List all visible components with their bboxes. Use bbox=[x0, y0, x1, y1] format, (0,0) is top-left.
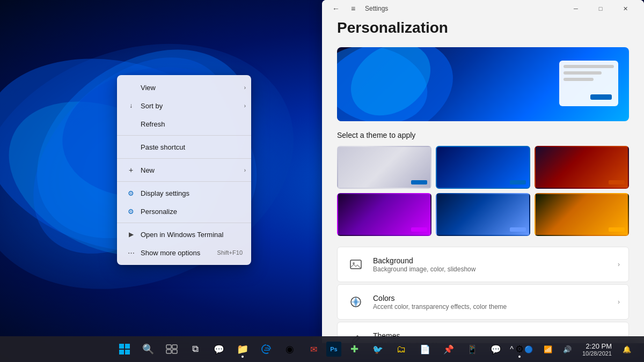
mock-line-2 bbox=[564, 71, 602, 75]
theme-thumb-4[interactable] bbox=[337, 193, 431, 236]
settings-item-background[interactable]: Background Background image, color, slid… bbox=[337, 247, 629, 282]
notification-icon: 🔔 bbox=[623, 345, 631, 353]
docs-icon: 📄 bbox=[414, 338, 436, 360]
taskbar-date: 10/28/2021 bbox=[582, 350, 612, 357]
whatsapp-icon: 💬 bbox=[485, 338, 507, 360]
titlebar-back-button[interactable]: ← bbox=[328, 1, 343, 16]
chrome-icon: ◉ bbox=[279, 338, 301, 360]
taskbar-icon-edge[interactable] bbox=[255, 338, 277, 360]
volume-button[interactable]: 🔊 bbox=[559, 343, 576, 356]
theme-indicator-6 bbox=[609, 227, 625, 232]
ctx-item-display-settings[interactable]: ⚙ Display settings bbox=[117, 184, 251, 202]
settings-window: ← ≡ Settings ─ □ ✕ Personalization bbox=[322, 0, 644, 343]
taskbar-icon-settings[interactable]: ⚙ bbox=[509, 338, 530, 360]
taskbar-icon-chrome[interactable]: ◉ bbox=[279, 338, 301, 360]
menu-icon: ≡ bbox=[351, 4, 355, 13]
mock-line-3 bbox=[564, 78, 594, 81]
ctx-paste-label: Paste shortcut bbox=[141, 143, 185, 151]
background-chevron: › bbox=[618, 261, 620, 268]
chat-icon: 💬 bbox=[208, 338, 230, 360]
taskbar-icon-ps[interactable]: Ps bbox=[326, 342, 341, 357]
taskbar-icon-files-app[interactable]: 🗂 bbox=[391, 338, 412, 360]
svg-rect-17 bbox=[119, 350, 124, 354]
ctx-terminal-label: Open in Windows Terminal bbox=[141, 231, 223, 239]
ctx-sortby-arrow: › bbox=[244, 103, 246, 109]
taskbar-icon-keep[interactable]: 📌 bbox=[438, 338, 459, 360]
context-menu: View › ↓ Sort by › Refresh Paste shortcu… bbox=[117, 75, 251, 265]
taskbar-icon-phone[interactable]: 📱 bbox=[462, 338, 483, 360]
taskbar-icon-gmail[interactable]: ✉ bbox=[303, 338, 324, 360]
taskbar-icon-widgets[interactable]: ⧉ bbox=[185, 338, 206, 360]
ctx-personalize-icon: ⚙ bbox=[126, 208, 136, 216]
minimize-button[interactable]: ─ bbox=[564, 0, 588, 17]
titlebar-menu-button[interactable]: ≡ bbox=[346, 1, 361, 16]
taskbar-icon-chat[interactable]: 💬 bbox=[208, 338, 230, 360]
titlebar: ← ≡ Settings ─ □ ✕ bbox=[322, 0, 644, 17]
svg-rect-21 bbox=[166, 350, 171, 353]
ctx-separator-3 bbox=[117, 181, 251, 182]
theme-thumb-2[interactable] bbox=[436, 146, 530, 189]
network-button[interactable]: 📶 bbox=[539, 343, 557, 356]
ctx-item-view[interactable]: View › bbox=[117, 78, 251, 97]
back-icon: ← bbox=[332, 4, 340, 13]
keep-icon: 📌 bbox=[438, 338, 459, 360]
maximize-button[interactable]: □ bbox=[588, 0, 613, 17]
ctx-terminal-icon: ▶ bbox=[126, 231, 136, 238]
background-desc: Background image, color, slideshow bbox=[373, 265, 618, 273]
theme-indicator-1 bbox=[411, 180, 427, 184]
theme-thumb-1[interactable] bbox=[337, 146, 431, 189]
ctx-separator-2 bbox=[117, 158, 251, 159]
colors-desc: Accent color, transparency effects, colo… bbox=[373, 303, 618, 311]
ctx-item-sort-by[interactable]: ↓ Sort by › bbox=[117, 97, 251, 115]
preview-window-mock bbox=[559, 61, 618, 106]
ctx-sortby-icon: ↓ bbox=[126, 102, 136, 109]
taskbar-icon-docs[interactable]: 📄 bbox=[414, 338, 436, 360]
ctx-view-label: View bbox=[141, 84, 156, 92]
ctx-item-terminal[interactable]: ▶ Open in Windows Terminal bbox=[117, 225, 251, 243]
ctx-display-icon: ⚙ bbox=[126, 189, 136, 197]
ctx-view-arrow: › bbox=[244, 85, 246, 91]
ctx-item-refresh[interactable]: Refresh bbox=[117, 115, 251, 133]
theme-indicator-5 bbox=[510, 227, 526, 232]
taskview-icon bbox=[166, 343, 178, 355]
ctx-item-paste-shortcut[interactable]: Paste shortcut bbox=[117, 138, 251, 156]
taskbar-icon-whatsapp[interactable]: 💬 bbox=[485, 338, 507, 360]
search-icon: 🔍 bbox=[137, 338, 159, 360]
ctx-item-personalize[interactable]: ⚙ Personalize bbox=[117, 202, 251, 220]
ctx-separator-1 bbox=[117, 135, 251, 136]
taskbar-icon-taskview[interactable] bbox=[161, 338, 182, 360]
colors-icon bbox=[346, 292, 365, 312]
titlebar-title: Settings bbox=[365, 5, 564, 12]
plus-app-icon: ✚ bbox=[343, 338, 365, 360]
titlebar-controls: ─ □ ✕ bbox=[564, 0, 638, 17]
widgets-icon: ⧉ bbox=[185, 338, 206, 360]
taskbar-icon-start[interactable] bbox=[114, 338, 135, 360]
theme-grid bbox=[337, 146, 629, 236]
theme-preview bbox=[337, 47, 629, 121]
ps-icon: Ps bbox=[326, 342, 341, 357]
theme-thumb-3[interactable] bbox=[535, 146, 629, 189]
colors-text: Colors Accent color, transparency effect… bbox=[373, 294, 618, 311]
files-icon: 🗂 bbox=[391, 338, 412, 360]
ctx-personalize-label: Personalize bbox=[141, 208, 177, 216]
ctx-item-new[interactable]: + New › bbox=[117, 161, 251, 179]
taskbar-clock[interactable]: 2:20 PM 10/28/2021 bbox=[578, 341, 616, 358]
ctx-display-label: Display settings bbox=[141, 189, 189, 197]
settings-indicator bbox=[518, 356, 521, 358]
taskbar-icon-plus[interactable]: ✚ bbox=[343, 338, 365, 360]
ctx-sortby-label: Sort by bbox=[141, 102, 163, 110]
mock-button bbox=[590, 94, 612, 100]
taskbar-icon-twitter[interactable]: 🐦 bbox=[367, 338, 389, 360]
theme-thumb-6[interactable] bbox=[535, 193, 629, 236]
theme-thumb-5[interactable] bbox=[436, 193, 530, 236]
taskbar-icon-file-explorer[interactable]: 📁 bbox=[232, 338, 253, 360]
ctx-item-show-more[interactable]: ⋯ Show more options Shift+F10 bbox=[117, 243, 251, 262]
settings-item-colors[interactable]: Colors Accent color, transparency effect… bbox=[337, 284, 629, 320]
file-explorer-indicator bbox=[241, 356, 244, 358]
background-icon bbox=[346, 255, 365, 274]
svg-rect-15 bbox=[119, 344, 124, 349]
notification-center-button[interactable]: 🔔 bbox=[618, 343, 635, 356]
close-button[interactable]: ✕ bbox=[613, 0, 638, 17]
theme-section-label: Select a theme to apply bbox=[337, 131, 629, 139]
taskbar-icon-search[interactable]: 🔍 bbox=[137, 338, 159, 360]
